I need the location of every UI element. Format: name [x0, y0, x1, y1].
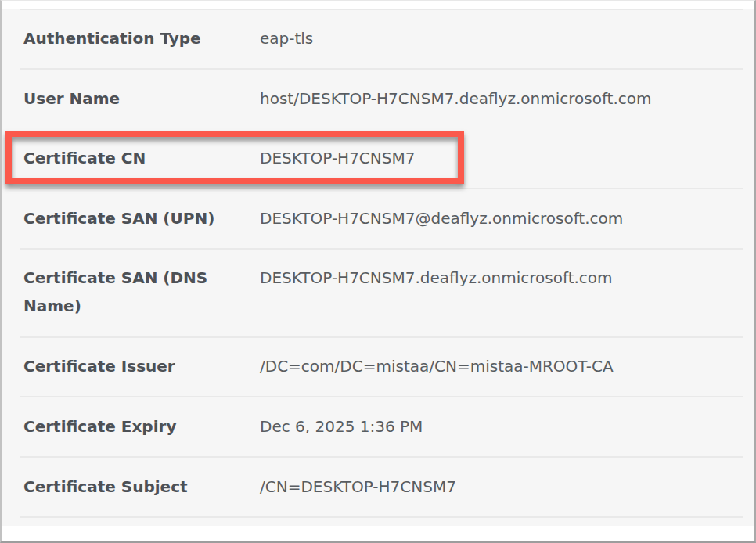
row-certificate-san-upn: Certificate SAN (UPN) DESKTOP-H7CNSM7@de…	[2, 188, 754, 248]
row-label: Authentication Type	[23, 24, 260, 52]
row-label: User Name	[23, 85, 260, 113]
detail-rows: Authentication Type eap-tls User Name ho…	[2, 9, 754, 526]
row-label: Certificate CN	[23, 144, 260, 172]
row-label: Certificate SAN (UPN)	[23, 204, 260, 232]
row-label: Certificate SAN (DNS Name)	[23, 264, 260, 320]
row-value: DESKTOP-H7CNSM7.deaflyz.onmicrosoft.com	[260, 264, 742, 292]
row-value: Dec 6, 2025 1:36 PM	[260, 412, 742, 441]
row-authentication-type: Authentication Type eap-tls	[2, 9, 754, 68]
row-certificate-cn: Certificate CN DESKTOP-H7CNSM7	[2, 128, 754, 188]
row-label: Certificate Issuer	[23, 352, 260, 380]
certificate-details-table: Authentication Type eap-tls User Name ho…	[2, 9, 754, 526]
row-value: /DC=com/DC=mistaa/CN=mistaa-MROOT-CA	[260, 352, 742, 380]
row-user-name: User Name host/DESKTOP-H7CNSM7.deaflyz.o…	[2, 68, 754, 128]
row-label: Certificate Subject	[23, 473, 260, 501]
row-certificate-issuer: Certificate Issuer /DC=com/DC=mistaa/CN=…	[2, 336, 754, 396]
row-certificate-san-dns: Certificate SAN (DNS Name) DESKTOP-H7CNS…	[2, 248, 754, 336]
row-value: host/DESKTOP-H7CNSM7.deaflyz.onmicrosoft…	[260, 85, 742, 113]
row-certificate-subject: Certificate Subject /CN=DESKTOP-H7CNSM7	[2, 456, 754, 516]
row-value: eap-tls	[260, 24, 742, 52]
table-bottom-divider	[2, 516, 754, 526]
row-value: /CN=DESKTOP-H7CNSM7	[260, 473, 742, 501]
row-label: Certificate Expiry	[23, 412, 260, 441]
screenshot-frame: Authentication Type eap-tls User Name ho…	[0, 0, 756, 543]
row-certificate-expiry: Certificate Expiry Dec 6, 2025 1:36 PM	[2, 396, 754, 456]
row-value: DESKTOP-H7CNSM7@deaflyz.onmicrosoft.com	[260, 204, 742, 232]
row-value: DESKTOP-H7CNSM7	[260, 144, 742, 172]
